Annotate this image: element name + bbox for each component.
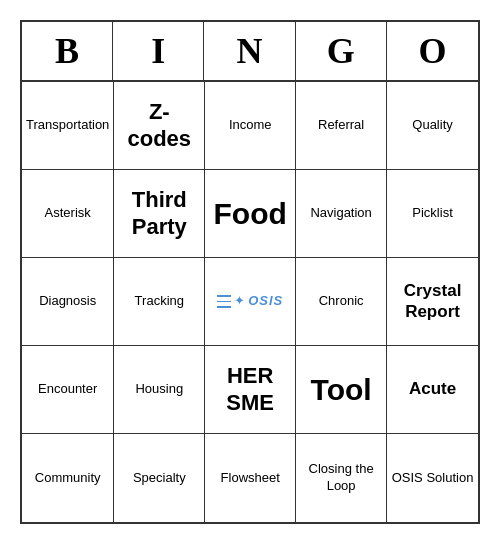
cell-2: Income (205, 82, 296, 170)
cell-24: OSIS Solution (387, 434, 478, 522)
cell-18: Tool (296, 346, 387, 434)
header-g: G (296, 22, 387, 80)
cell-3: Referral (296, 82, 387, 170)
cell-21: Specialty (114, 434, 205, 522)
bingo-card: B I N G O Transportation Z-codes Income … (20, 20, 480, 524)
cell-11: Tracking (114, 258, 205, 346)
header-i: I (113, 22, 204, 80)
bingo-grid: Transportation Z-codes Income Referral Q… (22, 82, 478, 522)
cell-7: Food (205, 170, 296, 258)
cell-13: Chronic (296, 258, 387, 346)
cell-1: Z-codes (114, 82, 205, 170)
cell-14: Crystal Report (387, 258, 478, 346)
cell-9: Picklist (387, 170, 478, 258)
header-b: B (22, 22, 113, 80)
osis-lines (217, 295, 231, 308)
cell-15: Encounter (22, 346, 114, 434)
cell-6: Third Party (114, 170, 205, 258)
cell-0: Transportation (22, 82, 114, 170)
cell-4: Quality (387, 82, 478, 170)
cell-5: Asterisk (22, 170, 114, 258)
cell-12-osis: ✦ OSIS (205, 258, 296, 346)
bingo-header: B I N G O (22, 22, 478, 82)
header-n: N (204, 22, 295, 80)
cell-20: Community (22, 434, 114, 522)
cell-22: Flowsheet (205, 434, 296, 522)
osis-text-label: OSIS (248, 293, 283, 310)
cell-17: HER SME (205, 346, 296, 434)
cell-10: Diagnosis (22, 258, 114, 346)
osis-star: ✦ (234, 293, 245, 310)
cell-23: Closing the Loop (296, 434, 387, 522)
cell-19: Acute (387, 346, 478, 434)
header-o: O (387, 22, 478, 80)
cell-8: Navigation (296, 170, 387, 258)
cell-16: Housing (114, 346, 205, 434)
osis-logo: ✦ OSIS (217, 293, 283, 310)
